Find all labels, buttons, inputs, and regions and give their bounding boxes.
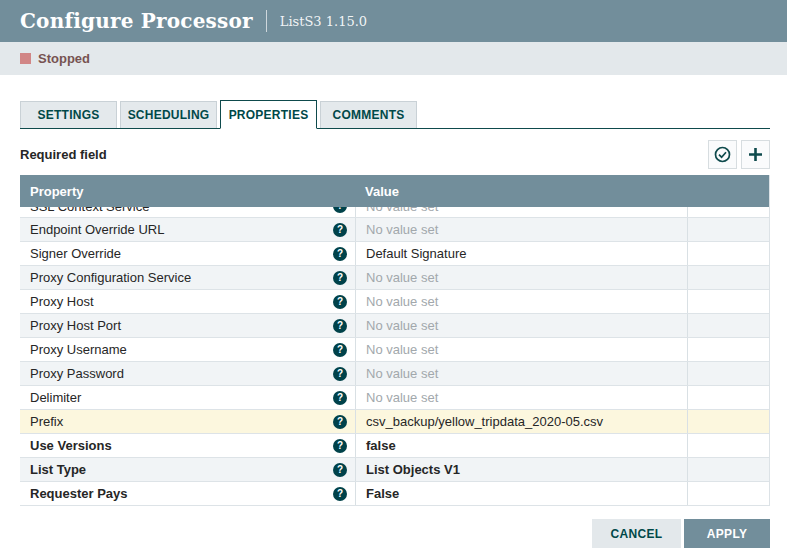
table-header: Property Value	[20, 175, 769, 207]
status-bar: Stopped	[0, 42, 787, 75]
dialog-header: Configure Processor ListS3 1.15.0	[0, 0, 787, 42]
help-icon[interactable]: ?	[333, 223, 347, 237]
table-row: Proxy Configuration Service?No value set	[20, 266, 769, 290]
property-name-cell: SSL Context Service?	[20, 207, 355, 218]
property-name-cell: Proxy Username?	[20, 338, 355, 361]
property-value-cell[interactable]: No value set	[355, 362, 687, 385]
column-header-value: Value	[355, 184, 687, 199]
row-empty-cell	[687, 386, 769, 409]
tab-settings[interactable]: SETTINGS	[20, 101, 117, 128]
property-name-cell: Use Versions?	[20, 434, 355, 457]
row-empty-cell	[687, 482, 769, 505]
property-name: Endpoint Override URL	[30, 222, 164, 237]
property-name-cell: Proxy Password?	[20, 362, 355, 385]
table-body: Endpoint Override URL?No value setSigner…	[20, 218, 769, 506]
property-name: Proxy Username	[30, 342, 127, 357]
table-row: Endpoint Override URL?No value set	[20, 218, 769, 242]
property-name: Proxy Configuration Service	[30, 270, 191, 285]
required-field-label: Required field	[20, 147, 107, 162]
cancel-button[interactable]: CANCEL	[592, 519, 681, 548]
table-row: List Type?List Objects V1	[20, 458, 769, 482]
property-name-cell: Proxy Configuration Service?	[20, 266, 355, 289]
help-icon[interactable]: ?	[333, 487, 347, 501]
property-value-cell[interactable]: No value set	[355, 266, 687, 289]
row-empty-cell	[687, 434, 769, 457]
table-toolbar-row: Required field	[20, 140, 770, 169]
verify-properties-button[interactable]	[708, 140, 737, 169]
property-value-cell[interactable]: csv_backup/yellow_tripdata_2020-05.csv	[355, 410, 687, 433]
table-row: Signer Override?Default Signature	[20, 242, 769, 266]
property-name-cell: Proxy Host Port?	[20, 314, 355, 337]
help-icon[interactable]: ?	[333, 415, 347, 429]
property-value-cell[interactable]: List Objects V1	[355, 458, 687, 481]
row-empty-cell	[687, 290, 769, 313]
property-name: Use Versions	[30, 438, 112, 453]
add-property-button[interactable]	[741, 140, 770, 169]
property-name-cell: Prefix?	[20, 410, 355, 433]
property-value-cell[interactable]: No value set	[355, 218, 687, 241]
property-value-cell[interactable]: false	[355, 434, 687, 457]
property-value-cell[interactable]: No value set	[355, 207, 687, 218]
property-value-cell[interactable]: No value set	[355, 290, 687, 313]
tab-comments[interactable]: COMMENTS	[320, 101, 417, 128]
column-header-property: Property	[20, 184, 355, 199]
help-icon[interactable]: ?	[333, 271, 347, 285]
property-name: SSL Context Service	[30, 207, 149, 214]
property-name: Signer Override	[30, 246, 121, 261]
tab-scheduling[interactable]: SCHEDULING	[120, 101, 217, 128]
property-name-cell: Proxy Host?	[20, 290, 355, 313]
table-row: Use Versions?false	[20, 434, 769, 458]
property-name: Proxy Host Port	[30, 318, 121, 333]
scrolled-partial-row: SSL Context Service?No value set	[20, 207, 769, 218]
property-value-cell[interactable]: No value set	[355, 386, 687, 409]
property-name-cell: Requester Pays?	[20, 482, 355, 505]
row-empty-cell	[687, 207, 769, 218]
property-name: Prefix	[30, 414, 63, 429]
table-row: Proxy Username?No value set	[20, 338, 769, 362]
add-property-plus-icon	[748, 147, 763, 162]
dialog-title: Configure Processor	[20, 9, 253, 33]
property-name: Requester Pays	[30, 486, 128, 501]
property-value-cell[interactable]: Default Signature	[355, 242, 687, 265]
row-empty-cell	[687, 410, 769, 433]
row-empty-cell	[687, 266, 769, 289]
property-value-cell[interactable]: No value set	[355, 338, 687, 361]
property-name: Proxy Host	[30, 294, 94, 309]
footer-buttons: CANCEL APPLY	[592, 519, 770, 548]
property-name: Proxy Password	[30, 366, 124, 381]
help-icon[interactable]: ?	[333, 207, 347, 213]
help-icon[interactable]: ?	[333, 343, 347, 357]
help-icon[interactable]: ?	[333, 391, 347, 405]
help-icon[interactable]: ?	[333, 463, 347, 477]
table-row: Proxy Password?No value set	[20, 362, 769, 386]
table-row: Proxy Host?No value set	[20, 290, 769, 314]
property-name-cell: List Type?	[20, 458, 355, 481]
tab-bar: SETTINGSSCHEDULINGPROPERTIESCOMMENTS	[20, 100, 770, 129]
verify-check-circle-icon	[714, 146, 731, 163]
property-name-cell: Endpoint Override URL?	[20, 218, 355, 241]
stopped-status-icon	[20, 53, 31, 64]
row-empty-cell	[687, 218, 769, 241]
property-name-cell: Signer Override?	[20, 242, 355, 265]
property-value-cell[interactable]: No value set	[355, 314, 687, 337]
help-icon[interactable]: ?	[333, 295, 347, 309]
row-empty-cell	[687, 314, 769, 337]
row-empty-cell	[687, 362, 769, 385]
property-value-cell[interactable]: False	[355, 482, 687, 505]
row-empty-cell	[687, 458, 769, 481]
help-icon[interactable]: ?	[333, 319, 347, 333]
dialog-content: SETTINGSSCHEDULINGPROPERTIESCOMMENTS Req…	[0, 100, 787, 506]
apply-button[interactable]: APPLY	[684, 519, 770, 548]
help-icon[interactable]: ?	[333, 247, 347, 261]
properties-table: Property Value SSL Context Service?No va…	[20, 175, 770, 506]
status-label: Stopped	[38, 51, 90, 66]
table-row: Delimiter?No value set	[20, 386, 769, 410]
help-icon[interactable]: ?	[333, 439, 347, 453]
table-row: SSL Context Service?No value set	[20, 207, 769, 218]
title-separator	[266, 10, 267, 32]
help-icon[interactable]: ?	[333, 367, 347, 381]
processor-name-version: ListS3 1.15.0	[280, 14, 367, 29]
row-empty-cell	[687, 242, 769, 265]
tab-properties[interactable]: PROPERTIES	[220, 100, 317, 129]
configure-processor-dialog: Configure Processor ListS3 1.15.0 Stoppe…	[0, 0, 787, 554]
